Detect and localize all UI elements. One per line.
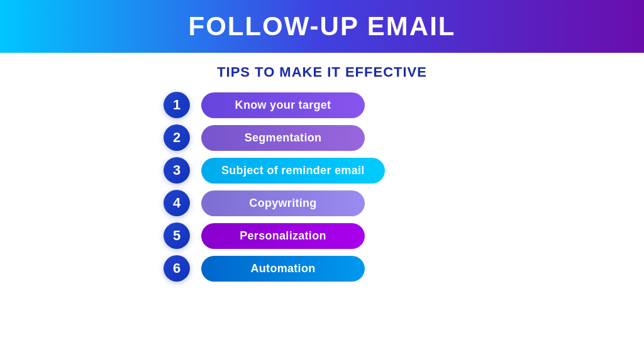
tip-number: 6 <box>164 255 190 282</box>
tip-label: Personalization <box>201 223 365 249</box>
tip-label: Segmentation <box>201 125 365 151</box>
tip-row: 1Know your target <box>164 92 365 118</box>
tip-number: 4 <box>164 190 190 216</box>
tip-number: 1 <box>164 92 190 118</box>
tip-number: 5 <box>164 223 190 249</box>
tip-row: 4Copywriting <box>164 190 365 216</box>
tip-row: 2Segmentation <box>164 124 365 151</box>
tip-label: Know your target <box>201 92 365 118</box>
tips-list: 1Know your target2Segmentation3Subject o… <box>0 92 644 282</box>
tip-label: Automation <box>201 256 365 282</box>
tip-label: Copywriting <box>201 190 365 216</box>
tip-row: 5Personalization <box>164 223 365 249</box>
page-wrapper: FOLLOW-UP EMAIL TIPS TO MAKE IT EFFECTIV… <box>0 0 644 352</box>
tip-label: Subject of reminder email <box>201 158 385 184</box>
header-banner: FOLLOW-UP EMAIL <box>0 0 644 53</box>
tip-number: 2 <box>164 124 190 151</box>
header-title: FOLLOW-UP EMAIL <box>0 11 644 41</box>
subtitle: TIPS TO MAKE IT EFFECTIVE <box>217 64 427 80</box>
tip-row: 6Automation <box>164 255 365 282</box>
tip-number: 3 <box>164 157 190 184</box>
tip-row: 3Subject of reminder email <box>164 157 385 184</box>
